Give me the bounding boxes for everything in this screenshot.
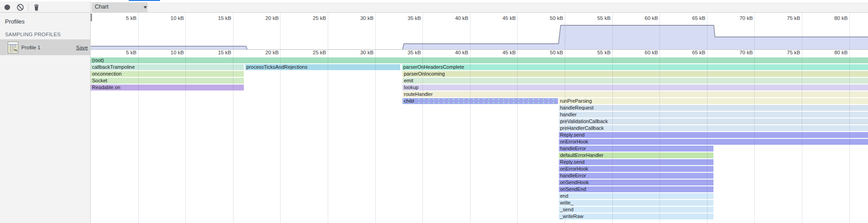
svg-text:%: % (14, 47, 18, 52)
